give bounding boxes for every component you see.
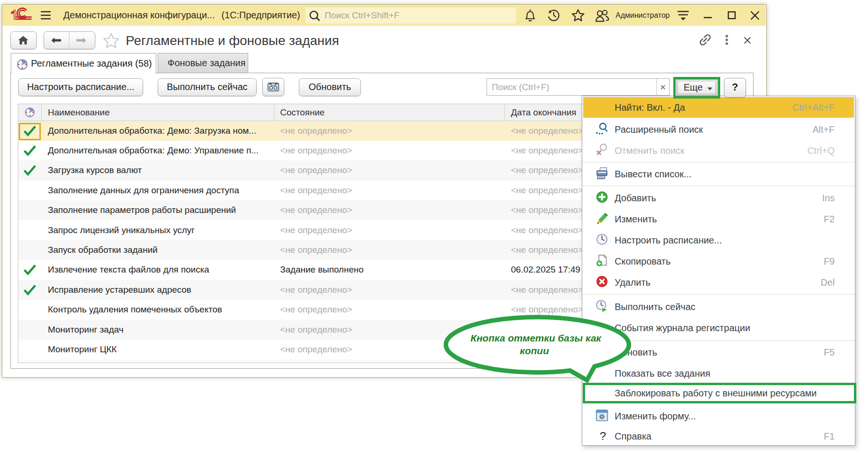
svg-text:Кнопка отметки базы как: Кнопка отметки базы как: [471, 333, 602, 343]
svg-text:копии: копии: [520, 345, 549, 356]
